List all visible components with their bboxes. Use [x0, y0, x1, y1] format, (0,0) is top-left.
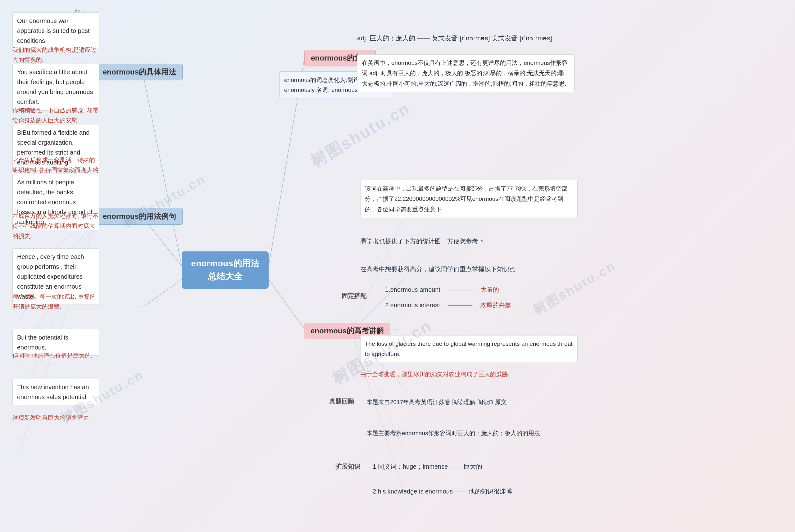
expand-label: 扩展知识 [335, 462, 360, 471]
phonetics: adj. 巨大的；庞大的 —— 英式发音 [ɪˈnɔːməs] 美式发音 [ɪˈ… [357, 33, 574, 44]
svg-line-2 [143, 279, 182, 307]
central-node: enormous的用法总结大全 [182, 251, 269, 289]
leaf-zh7: 这项新发明有巨大的销售潜力. [13, 413, 99, 423]
leaf-zh6: 但同时,他的潜在价值是巨大的. [13, 351, 99, 361]
leaf-en2: You sacrifice a little about their feeli… [13, 64, 99, 110]
example-zh: 由于全球变暖，那里冰川的消失对农业构成了巨大的威胁. [360, 369, 571, 379]
leaf-en1: Our enormous war apparatus is suited to … [13, 13, 99, 49]
knowledge-row: 2.his knowledge is enormous —— 他的知识很渊博 [373, 487, 512, 496]
source: 本题来自2017年高考英语江苏卷 阅读理解 阅读D 原文 [367, 397, 578, 407]
leaf-zh4: 在成百万的人拖欠还款时, 银行不得不在残酷的估算期内面对庞大的损失. [13, 211, 99, 241]
central-title: enormous的用法总结大全 [191, 259, 259, 281]
svg-line-4 [269, 279, 304, 329]
score-tip: 在高考中想要获得高分，建议同学们重点掌握以下知识点 [360, 264, 547, 274]
colloc2-row: 2.enormous interest ———— 浓厚的兴趣 [385, 301, 511, 309]
branch-examples: enormous的用法例句 [96, 208, 183, 225]
branch-specific-usage: enormous的具体用法 [96, 64, 183, 80]
leaf-zh1: 我们的庞大的战争机构,是适应过去的情况的. [13, 45, 99, 65]
colloc1-row: 1.enormous amount ———— 大量的 [385, 286, 499, 294]
exam-focus: 本题主要考察enormous作形容词时巨大的；庞大的；极大的的用法 [367, 428, 578, 438]
leaf-zh5: 每个团队, 每一次的演出, 重复的开销是庞大的浪费. [13, 292, 99, 312]
leaf-en7: This new invention has an enormous sales… [13, 379, 99, 405]
meaning-desc: 在英语中，enormous不仅具有上述意思，还有更详尽的用法，enormous作… [357, 54, 574, 92]
chart-note: 易学啦也提供了下方的统计图，方便您参考下 [360, 236, 547, 246]
leaf-zh2: 你稍稍牺性一下自己的感觉, 却带给你身边的人巨大的安慰. [13, 106, 99, 126]
svg-line-0 [143, 73, 182, 266]
example-sentence: The loss of glaciers there due to global… [360, 335, 578, 363]
synonym-row: 1.同义词：huge；immense —— 巨大的 [373, 462, 482, 471]
gaokao-stat: 该词在高考中，出现最多的题型是在阅读部分，占据了77.78%，在完形填空部分，占… [360, 180, 578, 218]
true-topic-label: 真题回顾 [329, 397, 354, 406]
fixed-collocations-label: 固定搭配 [341, 292, 367, 300]
